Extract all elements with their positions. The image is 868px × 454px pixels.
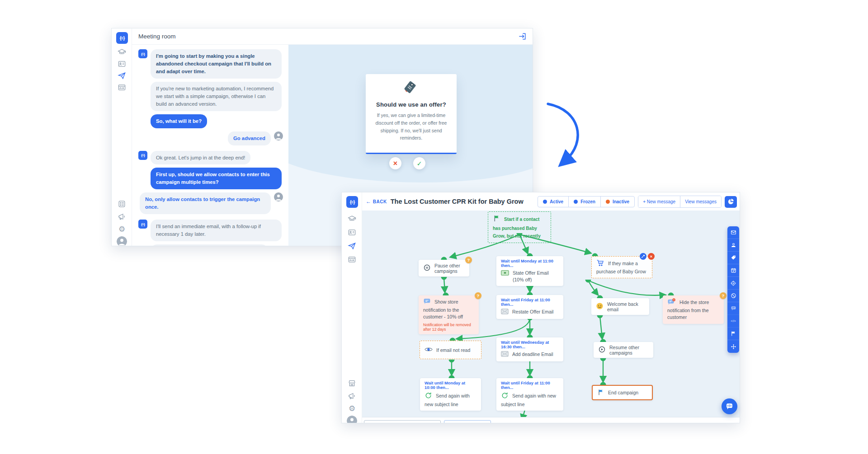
chat-message: {≡}I'm going to start by making you a si… — [138, 49, 283, 79]
tag-tool-icon[interactable] — [727, 252, 739, 264]
eye-icon — [425, 346, 433, 353]
exit-icon[interactable] — [518, 32, 527, 41]
node-if-email-not-read[interactable]: If email not read — [420, 341, 481, 359]
flow-header: ← BACK The Lost Customer CPR Kit for Bab… — [362, 192, 740, 211]
node-restate-offer[interactable]: Wait until Friday at 11:00 then... Resta… — [496, 295, 563, 319]
remove-badge[interactable]: × — [648, 253, 655, 260]
offer-card: Should we use an offer? If yes, we can g… — [366, 74, 457, 154]
email-tool-icon[interactable] — [727, 226, 739, 239]
campaigns-icon[interactable] — [347, 241, 357, 251]
campaigns-icon[interactable] — [117, 71, 127, 80]
status-frozen[interactable]: Frozen — [568, 197, 600, 207]
node-pause-campaigns[interactable]: Pause other campaigns ? — [419, 260, 469, 276]
wait-label: Wait until Monday at 11:00 then... — [501, 259, 559, 268]
target-tool-icon[interactable] — [727, 277, 739, 290]
ads-icon[interactable] — [117, 83, 127, 92]
bot-message-bubble[interactable]: So, what will it be? — [151, 114, 207, 128]
bot-message-bubble: I'll send an immediate email, with a fol… — [151, 220, 282, 241]
calendar-tool-icon[interactable] — [727, 264, 739, 277]
node-if-purchase[interactable]: If they make a purchase of Baby Grow × — [591, 256, 652, 278]
status-segmented-control: Active Frozen Inactive — [538, 196, 635, 207]
user-avatar[interactable] — [117, 236, 127, 246]
app-logo[interactable]: {≡} — [346, 196, 358, 208]
settings-gear-icon[interactable]: ⚙ — [117, 225, 127, 234]
store-icon[interactable] — [347, 379, 357, 388]
chat-message: Go advanced — [138, 131, 283, 145]
wait-label: Wait until Friday at 11:00 then... — [501, 298, 559, 307]
bot-message-bubble[interactable]: First up, should we allow contacts to en… — [151, 168, 282, 189]
block-tool-icon[interactable] — [727, 290, 739, 302]
status-inactive[interactable]: Inactive — [600, 197, 634, 207]
new-message-button[interactable]: + New message — [638, 196, 680, 207]
back-button[interactable]: ← BACK — [366, 198, 387, 205]
node-start-trigger[interactable]: Start if a contact has purchased Baby Gr… — [488, 211, 551, 243]
avatar-slot: {≡} — [138, 151, 151, 160]
messenger-launcher-button[interactable] — [722, 398, 737, 414]
wait-label: Wait until Wednesday at 16:30 then... — [501, 340, 559, 349]
refresh-icon — [501, 392, 509, 401]
megaphone-icon[interactable] — [117, 212, 127, 221]
flag-tool-icon[interactable] — [727, 328, 739, 340]
green-flag-icon — [493, 215, 500, 225]
edit-wrench-badge[interactable] — [640, 253, 646, 260]
meeting-room-header: Meeting room — [132, 28, 533, 45]
bot-message-bubble: If you're new to marketing automation, I… — [151, 82, 282, 111]
megaphone-icon[interactable] — [347, 391, 357, 401]
app-logo[interactable]: {≡} — [116, 32, 128, 44]
contacts-icon[interactable] — [347, 228, 357, 237]
user-reply-bubble[interactable]: No, only allow contacts to trigger the c… — [140, 192, 271, 214]
variant-bar: Variant 1▲ Create a split test — [362, 417, 740, 423]
smiley-icon — [596, 302, 604, 311]
user-avatar — [274, 131, 283, 140]
pause-icon — [423, 264, 431, 272]
code-tool-icon[interactable]: </> — [727, 315, 739, 328]
chat-bubble-icon — [423, 298, 431, 307]
node-resume-campaigns[interactable]: Resume other campaigns — [594, 342, 653, 358]
node-add-deadline[interactable]: Wait until Wednesday at 16:30 then... Ad… — [496, 337, 563, 361]
node-send-again-1[interactable]: Wait until Monday at 10:00 then... Send … — [420, 378, 481, 411]
window-title: Meeting room — [138, 33, 176, 40]
node-welcome-back[interactable]: Welcome back email — [591, 298, 649, 315]
user-avatar[interactable] — [347, 416, 357, 423]
blue-flag-icon — [597, 388, 604, 397]
flow-canvas[interactable]: Start if a contact has purchased Baby Gr… — [362, 211, 740, 417]
envelope-icon — [501, 351, 509, 359]
avatar-slot: {≡} — [138, 220, 151, 229]
apps-dice-icon[interactable] — [117, 199, 127, 209]
node-show-notification[interactable]: Show store notification to the customer … — [419, 295, 479, 334]
academy-icon[interactable] — [347, 214, 357, 224]
chat-message: First up, should we allow contacts to en… — [138, 168, 283, 189]
flow-tools-toolbar: </> — [727, 226, 739, 353]
question-badge[interactable]: ? — [720, 292, 726, 299]
question-badge[interactable]: ? — [475, 292, 481, 299]
node-end-campaign[interactable]: End campaign — [592, 385, 653, 400]
node-hide-notification[interactable]: Hide the store notification from the cus… — [663, 295, 724, 324]
campaign-title: The Lost Customer CPR Kit for Baby Grow — [391, 198, 524, 205]
reject-button[interactable]: × — [389, 157, 401, 169]
bot-message-bubble: If that doesn't work, we can try making … — [151, 244, 268, 246]
chat-message: {≡}I'll send an immediate email, with a … — [138, 220, 283, 241]
contacts-icon[interactable] — [117, 59, 127, 69]
chat-bubble-x-icon — [667, 298, 676, 307]
refresh-icon — [425, 392, 432, 401]
contact-tool-icon[interactable] — [727, 239, 739, 252]
confirm-button[interactable]: ✓ — [413, 157, 425, 169]
variant-select[interactable]: Variant 1▲ — [364, 420, 441, 423]
bot-avatar: {≡} — [138, 220, 147, 229]
stats-pie-button[interactable] — [725, 196, 737, 208]
bot-avatar: {≡} — [138, 151, 147, 160]
status-active[interactable]: Active — [538, 197, 568, 207]
question-badge[interactable]: ? — [465, 257, 472, 263]
view-messages-button[interactable]: View messages — [680, 196, 721, 207]
settings-gear-icon[interactable]: ⚙ — [347, 404, 357, 413]
node-state-offer-email[interactable]: Wait until Monday at 11:00 then... State… — [496, 256, 563, 286]
chat-messages: {≡}I'm going to start by making you a si… — [132, 45, 288, 246]
play-icon — [598, 346, 606, 354]
user-reply-bubble[interactable]: Go advanced — [228, 131, 271, 145]
academy-icon[interactable] — [117, 47, 127, 57]
ads-icon[interactable] — [347, 255, 357, 264]
move-tool-icon[interactable] — [727, 340, 739, 353]
comment-tool-icon[interactable] — [727, 302, 739, 315]
node-send-again-2[interactable]: Wait until Friday at 11:00 then... Send … — [496, 378, 563, 411]
create-split-test-button[interactable]: Create a split test — [444, 420, 491, 423]
